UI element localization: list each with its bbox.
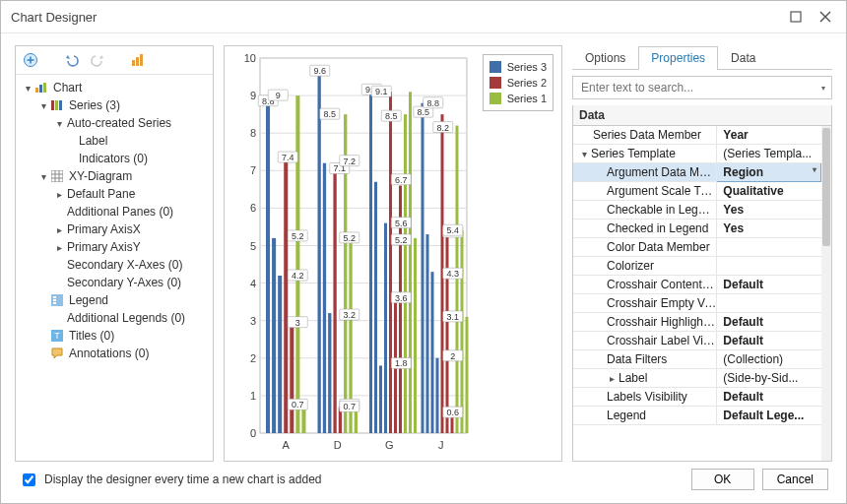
svg-text:J: J: [438, 439, 444, 451]
dialog-footer: Display the designer every time a new ch…: [15, 462, 832, 497]
svg-text:6.7: 6.7: [395, 175, 408, 185]
svg-rect-74: [404, 114, 407, 433]
svg-rect-58: [318, 73, 321, 433]
svg-rect-76: [414, 238, 417, 433]
svg-text:6: 6: [250, 202, 256, 214]
display-designer-checkbox[interactable]: Display the designer every time a new ch…: [19, 471, 321, 489]
svg-rect-60: [328, 313, 331, 433]
svg-rect-69: [379, 365, 382, 433]
property-row[interactable]: Data Filters(Collection): [573, 350, 821, 369]
svg-rect-87: [466, 317, 469, 433]
close-icon[interactable]: [814, 6, 836, 28]
property-row[interactable]: Series Data MemberYear: [573, 126, 821, 145]
property-row[interactable]: Crosshair Content Sh...Default: [573, 276, 821, 294]
property-row[interactable]: Crosshair Highlight Po...Default: [573, 313, 821, 332]
redo-icon[interactable]: [89, 51, 106, 69]
svg-text:2: 2: [250, 352, 256, 364]
svg-text:4.2: 4.2: [292, 271, 304, 281]
svg-rect-53: [284, 156, 288, 433]
title-icon: T: [49, 329, 65, 343]
tree-node-defaultpane[interactable]: ▸Default Pane: [20, 185, 209, 203]
svg-rect-10: [39, 85, 42, 93]
svg-text:9.1: 9.1: [375, 87, 388, 96]
svg-rect-83: [446, 230, 449, 433]
property-row[interactable]: ▾Series Template(Series Templa...: [573, 145, 821, 163]
tree-node-indicators[interactable]: Indicators (0): [20, 150, 209, 167]
property-row[interactable]: Labels VisibilityDefault: [573, 388, 821, 407]
svg-text:8.5: 8.5: [323, 109, 336, 119]
cancel-button[interactable]: Cancel: [762, 469, 828, 490]
property-grid[interactable]: Series Data MemberYear▾Series Template(S…: [572, 126, 832, 462]
tree-node-additionalpanes[interactable]: Additional Panes (0): [20, 203, 209, 220]
tree-node-secondaryx[interactable]: Secondary X-Axes (0): [20, 256, 209, 274]
svg-text:7.4: 7.4: [282, 153, 294, 162]
property-row[interactable]: Argument Scale TypeQualitative: [573, 182, 821, 201]
window-title: Chart Designer: [11, 10, 97, 25]
tree-node-addlegends[interactable]: Additional Legends (0): [20, 309, 209, 327]
svg-rect-15: [51, 170, 63, 182]
svg-text:0.7: 0.7: [292, 400, 304, 410]
chart-type-icon[interactable]: [130, 51, 148, 69]
structure-tree[interactable]: ▾Chart ▾Series (3) ▾Auto-created Series …: [16, 75, 213, 461]
svg-text:5.2: 5.2: [343, 233, 356, 243]
scrollbar[interactable]: [821, 126, 831, 461]
svg-rect-23: [53, 302, 56, 304]
svg-rect-9: [35, 88, 38, 93]
add-icon[interactable]: [22, 51, 39, 69]
tab-properties[interactable]: Properties: [638, 46, 718, 70]
property-row[interactable]: Colorizer: [573, 257, 821, 276]
svg-text:D: D: [334, 439, 342, 451]
chart-icon: [33, 81, 49, 94]
svg-text:8.8: 8.8: [426, 98, 439, 108]
titlebar: Chart Designer: [1, 1, 846, 33]
tree-node-autocreated[interactable]: ▾Auto-created Series: [20, 114, 209, 132]
tree-node-legend[interactable]: Legend: [20, 291, 209, 309]
svg-rect-85: [456, 126, 459, 433]
property-row[interactable]: Checked in LegendYes: [573, 220, 821, 238]
svg-rect-12: [51, 100, 54, 110]
svg-text:4: 4: [250, 278, 256, 289]
scroll-thumb[interactable]: [822, 128, 830, 246]
svg-text:5: 5: [250, 240, 256, 252]
svg-rect-7: [136, 57, 139, 66]
property-search[interactable]: ▾: [572, 76, 832, 99]
svg-text:T: T: [54, 331, 60, 341]
svg-rect-8: [140, 54, 143, 66]
tree-node-chart[interactable]: ▾Chart: [20, 79, 209, 96]
tab-data[interactable]: Data: [718, 46, 768, 70]
undo-icon[interactable]: [63, 51, 81, 69]
chevron-down-icon[interactable]: ▾: [821, 84, 825, 93]
svg-text:5.4: 5.4: [446, 225, 459, 235]
svg-text:2: 2: [450, 351, 455, 361]
property-row[interactable]: Color Data Member: [573, 238, 821, 257]
tree-node-primaryaxisx[interactable]: ▸Primary AxisX: [20, 220, 209, 238]
svg-rect-67: [369, 92, 372, 433]
property-row[interactable]: ▸Label(Side-by-Sid...: [573, 369, 821, 388]
tree-node-titles[interactable]: TTitles (0): [20, 327, 209, 345]
svg-text:5.2: 5.2: [292, 231, 304, 241]
svg-text:8.5: 8.5: [385, 111, 398, 121]
search-input[interactable]: [579, 80, 817, 95]
svg-text:8: 8: [250, 127, 256, 139]
tab-options[interactable]: Options: [572, 46, 638, 70]
property-row[interactable]: Crosshair Empty Valu...: [573, 294, 821, 313]
property-row[interactable]: Checkable in LegendYes: [573, 201, 821, 220]
tree-node-xydiagram[interactable]: ▾XY-Diagram: [20, 167, 209, 185]
property-row[interactable]: Argument Data MemberRegion▾: [573, 163, 821, 182]
svg-text:G: G: [385, 439, 394, 451]
series-icon: [49, 98, 65, 112]
checkbox-input[interactable]: [23, 473, 35, 486]
tree-node-series[interactable]: ▾Series (3): [20, 96, 209, 114]
tree-node-secondaryy[interactable]: Secondary Y-Axes (0): [20, 274, 209, 291]
tree-node-annotations[interactable]: Annotations (0): [20, 345, 209, 362]
ok-button[interactable]: OK: [691, 469, 754, 490]
maximize-icon[interactable]: [785, 6, 807, 28]
svg-text:3.2: 3.2: [343, 310, 356, 320]
property-row[interactable]: LegendDefault Lege...: [573, 407, 821, 425]
property-row[interactable]: Crosshair Label VisibilityDefault: [573, 332, 821, 350]
property-category-header: Data: [572, 105, 832, 126]
svg-rect-0: [791, 12, 801, 22]
tree-node-label[interactable]: Label: [20, 132, 209, 150]
tree-node-primaryaxisy[interactable]: ▸Primary AxisY: [20, 238, 209, 256]
svg-text:3.1: 3.1: [446, 312, 459, 322]
